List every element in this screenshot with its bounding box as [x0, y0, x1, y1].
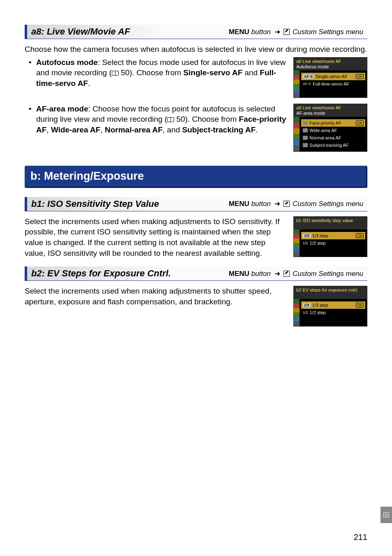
wide-icon: [303, 128, 308, 132]
cam2-opt3: Normal-area AF: [301, 134, 365, 141]
cam2-sub: AF-area mode: [296, 111, 364, 116]
cam-menu-a8-afarea: a8 Live view/movie AF AF-area mode Face-…: [293, 104, 367, 152]
menu-path: MENU button ➜ Custom Settings menu: [229, 28, 363, 36]
menu-word: button: [251, 200, 271, 208]
b2-body: Select the increments used when making a…: [25, 286, 288, 307]
arrow-icon: ➜: [274, 269, 280, 278]
normal-icon: [303, 136, 308, 140]
menu-button-label: MENU: [229, 270, 249, 278]
menu-word: button: [251, 28, 271, 36]
b2-cam-opt1: 1/31/3 stepOK: [301, 301, 365, 309]
b1-body: Select the increments used when making a…: [25, 216, 288, 259]
cam1-title: a8 Live view/movie AF: [296, 59, 364, 64]
a8-bullet2-row: AF-area mode: Choose how the focus point…: [25, 104, 367, 154]
book-icon: [112, 71, 119, 76]
menu-list-icon: [383, 512, 389, 517]
section-title: b2: EV Steps for Exposure Cntrl.: [31, 268, 171, 279]
b1-cam-opt1: 1/31/3 stepOK: [301, 232, 365, 239]
menu-dest: Custom Settings menu: [293, 28, 363, 36]
cam-menu-b2: b2 EV steps for exposure cntrl. 1/31/3 s…: [293, 286, 367, 327]
side-tab: [380, 507, 392, 523]
a8-bullet2: AF-area mode: Choose how the focus point…: [30, 104, 288, 135]
pencil-icon: [284, 29, 290, 35]
menu-dest: Custom Settings menu: [293, 270, 363, 278]
cam2-title: a8 Live view/movie AF: [296, 105, 364, 110]
tracking-icon: [303, 143, 308, 147]
bullet1-lead: Autofocus mode: [36, 58, 98, 67]
section-title: a8: Live View/Movie AF: [31, 26, 130, 37]
bullet1-end: .: [88, 79, 90, 88]
book-icon: [167, 117, 174, 122]
bullet2-bold3: Normal-area AF: [105, 125, 163, 134]
heading-b: b: Metering/Exposure: [25, 166, 367, 188]
bullet1-bold1: Single-servo AF: [183, 68, 242, 77]
menu-button-label: MENU: [229, 28, 249, 36]
face-icon: [303, 121, 308, 125]
cam-menu-b1: b1 ISO sensitivity step value 1/31/3 ste…: [293, 216, 367, 257]
section-title: b1: ISO Sensitivity Step Value: [31, 199, 159, 209]
cam1-opt1: AF-SSingle-servo AFOK: [301, 73, 365, 80]
menu-path: MENU button ➜ Custom Settings menu: [229, 269, 363, 278]
bullet2-end: .: [256, 125, 258, 134]
bullet2-mid: , and: [163, 125, 182, 134]
arrow-icon: ➜: [274, 199, 280, 208]
menu-path: MENU button ➜ Custom Settings menu: [229, 199, 363, 208]
b2-cam-title: b2 EV steps for exposure cntrl.: [296, 287, 364, 292]
cam1-opt2: AF-FFull-time-servo AF: [301, 80, 365, 88]
b2-row: Select the increments used when making a…: [25, 286, 367, 329]
bullet2-sep1: ,: [46, 125, 51, 134]
ok-icon: OK: [356, 233, 364, 238]
bullet1-pageref: 50). Choose from: [119, 68, 183, 77]
bullet2-pageref: 50). Choose from: [174, 115, 239, 123]
bullet1-mid: and: [242, 68, 260, 77]
section-header-a8: a8: Live View/Movie AF MENU button ➜ Cus…: [25, 25, 367, 39]
bullet2-bold4: Subject-tracking AF: [182, 125, 256, 134]
menu-word: button: [251, 270, 271, 278]
bullet2-bold2: Wide-area AF: [51, 125, 101, 134]
b1-cam-opt2: 1/21/2 step: [301, 239, 365, 247]
cam-menu-a8-autofocus: a8 Live view/movie AF Autofocus mode AF-…: [293, 57, 367, 98]
page-number: 211: [354, 533, 367, 542]
pencil-icon: [284, 271, 290, 277]
menu-button-label: MENU: [229, 200, 249, 208]
ok-icon: OK: [356, 120, 364, 125]
cam2-opt4: Subject-tracking AF: [301, 141, 365, 149]
cam1-sub: Autofocus mode: [296, 64, 364, 69]
menu-dest: Custom Settings menu: [293, 200, 363, 208]
bullet2-sep2: ,: [100, 125, 105, 134]
section-header-b1: b1: ISO Sensitivity Step Value MENU butt…: [25, 197, 367, 211]
cam2-opt2: Wide-area AF: [301, 127, 365, 134]
ok-icon: OK: [356, 303, 364, 308]
a8-intro: Choose how the camera focuses when autof…: [25, 44, 367, 55]
pencil-icon: [284, 201, 290, 207]
b1-cam-title: b1 ISO sensitivity step value: [296, 218, 364, 223]
ok-icon: OK: [356, 74, 364, 79]
section-header-b2: b2: EV Steps for Exposure Cntrl. MENU bu…: [25, 266, 367, 281]
a8-bullet1: Autofocus mode: Select the focus mode us…: [30, 57, 288, 89]
bullet2-lead: AF-area mode: [36, 104, 88, 113]
cam2-opt1: Face-priority AFOK: [301, 119, 365, 127]
a8-bullet1-row: Autofocus mode: Select the focus mode us…: [25, 57, 367, 100]
b2-cam-opt2: 1/21/2 step: [301, 309, 365, 316]
b1-row: Select the increments used when making a…: [25, 216, 367, 261]
arrow-icon: ➜: [274, 28, 280, 36]
